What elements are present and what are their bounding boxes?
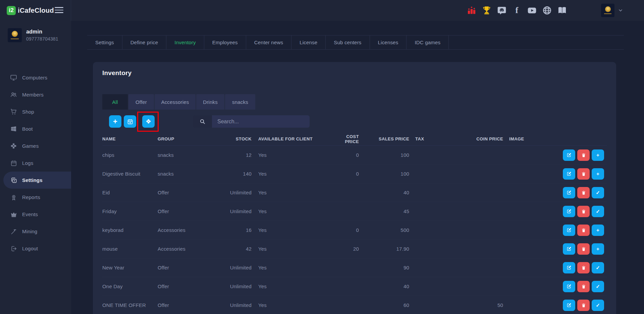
tab-employees[interactable]: Employees: [204, 36, 246, 49]
approve-button[interactable]: ✓: [592, 206, 604, 217]
cell-name: One Day: [102, 284, 158, 289]
add-product-button[interactable]: +: [109, 115, 121, 128]
row-actions: +: [540, 149, 607, 161]
row-actions: ✓: [540, 187, 607, 198]
cell-group: Offer: [158, 265, 202, 270]
sidebar-item-logout[interactable]: Logout: [0, 240, 71, 257]
approve-button[interactable]: ✓: [592, 187, 604, 198]
page-title: Inventory: [102, 69, 131, 77]
globe-icon[interactable]: [542, 6, 552, 15]
sidebar-item-mining[interactable]: Mining: [0, 223, 71, 240]
inventory-tab-snacks[interactable]: snacks: [225, 94, 255, 110]
settings-page-tabs: Settings Define price Inventory Employee…: [87, 35, 624, 50]
search-box: [193, 115, 310, 128]
tab-licenses[interactable]: Licenses: [370, 36, 407, 49]
cell-name: New Year: [102, 265, 158, 270]
edit-button[interactable]: [563, 187, 575, 198]
delete-button[interactable]: [577, 300, 590, 311]
sidebar-item-shop[interactable]: Shop: [0, 103, 71, 120]
edit-button[interactable]: [563, 149, 575, 161]
trophy-icon[interactable]: [482, 6, 491, 15]
tab-idc-games[interactable]: IDC games: [407, 36, 449, 49]
sidebar-item-computers[interactable]: Computers: [0, 69, 71, 86]
youtube-icon[interactable]: [527, 6, 537, 15]
delete-button[interactable]: [577, 262, 590, 273]
table-row: mouse Accessories 42 Yes 20 17.90 +: [102, 240, 607, 258]
cell-group: snacks: [158, 152, 202, 158]
inventory-tab-accessories[interactable]: Accessories: [155, 94, 196, 110]
sidebar-item-events[interactable]: Events: [0, 206, 71, 223]
search-input[interactable]: [212, 115, 310, 128]
cell-group: Accessories: [158, 246, 202, 252]
docs-icon[interactable]: [557, 6, 567, 15]
cell-stock: 16: [202, 227, 252, 233]
tab-define-price[interactable]: Define price: [122, 36, 166, 49]
hamburger-menu-icon[interactable]: [55, 7, 63, 15]
tab-settings[interactable]: Settings: [87, 36, 122, 49]
tab-inventory[interactable]: Inventory: [166, 36, 204, 49]
inventory-group-tabs: All Offer Accessories Drinks snacks: [102, 94, 255, 110]
cell-sales-price: 40: [359, 284, 409, 289]
cell-group: Offer: [158, 302, 202, 308]
tab-center-news[interactable]: Center news: [246, 36, 291, 49]
coin-products-button[interactable]: ❖: [142, 115, 155, 128]
cell-stock: 12: [202, 152, 252, 158]
approve-button[interactable]: ✓: [592, 262, 604, 273]
discord-icon[interactable]: [497, 6, 506, 15]
approve-button[interactable]: ✓: [592, 300, 604, 311]
edit-button[interactable]: [563, 262, 575, 273]
add-stock-button[interactable]: +: [592, 168, 604, 180]
approve-button[interactable]: ✓: [592, 281, 604, 292]
table-row: New Year Offer Unlimited Yes 90: [102, 258, 607, 277]
inventory-tab-all[interactable]: All: [102, 94, 128, 110]
sidebar-item-reports[interactable]: Reports: [0, 189, 71, 206]
edit-button[interactable]: [563, 281, 575, 292]
sidebar-item-boot[interactable]: Boot: [0, 120, 71, 137]
cell-available: Yes: [252, 190, 332, 195]
delete-button[interactable]: [577, 149, 590, 161]
cell-available: Yes: [252, 171, 332, 177]
edit-button[interactable]: [563, 206, 575, 217]
edit-icon: [567, 209, 572, 214]
delete-button[interactable]: [577, 243, 590, 255]
add-stock-button[interactable]: +: [592, 243, 604, 255]
cell-group: Offer: [158, 284, 202, 289]
edit-icon: [567, 246, 572, 251]
add-stock-button[interactable]: +: [592, 225, 604, 236]
inventory-tab-offer[interactable]: Offer: [128, 94, 154, 110]
cell-group: Offer: [158, 208, 202, 214]
sidebar-item-games[interactable]: Games: [0, 137, 71, 154]
delete-button[interactable]: [577, 281, 590, 292]
table-header: NAME GROUP STOCK AVAILABLE FOR CLIENT CO…: [102, 132, 607, 146]
tab-license[interactable]: License: [291, 36, 326, 49]
sidebar-item-settings[interactable]: Settings: [3, 172, 71, 189]
edit-button[interactable]: [563, 243, 575, 255]
edit-icon: [567, 284, 572, 289]
add-offer-button[interactable]: [124, 115, 136, 128]
facebook-icon[interactable]: f: [512, 6, 522, 15]
pickaxe-icon: [10, 228, 17, 235]
delete-button[interactable]: [577, 225, 590, 236]
delete-button[interactable]: [577, 168, 590, 180]
topbar: i2 iCafeCloud: [0, 0, 644, 21]
tab-sub-centers[interactable]: Sub centers: [326, 36, 370, 49]
edit-button[interactable]: [563, 300, 575, 311]
sidebar-item-members[interactable]: Members: [0, 86, 71, 103]
delete-button[interactable]: [577, 206, 590, 217]
edit-icon: [567, 303, 572, 308]
add-stock-button[interactable]: +: [592, 149, 604, 161]
row-actions: ✓: [540, 300, 607, 311]
sidebar-item-logs[interactable]: Logs: [0, 154, 71, 172]
cell-name: ONE TIME OFFER: [102, 302, 158, 308]
account-menu[interactable]: [601, 4, 623, 17]
delete-button[interactable]: [577, 187, 590, 198]
edit-button[interactable]: [563, 168, 575, 180]
ranking-icon[interactable]: [467, 6, 476, 15]
trash-icon: [581, 228, 586, 233]
sidebar-nav: Computers Members Shop Boot Games Logs S…: [0, 69, 71, 257]
cell-name: Friday: [102, 208, 158, 214]
cell-sales-price: 60: [359, 302, 409, 308]
edit-button[interactable]: [563, 225, 575, 236]
cell-available: Yes: [252, 227, 332, 233]
inventory-tab-drinks[interactable]: Drinks: [196, 94, 224, 110]
